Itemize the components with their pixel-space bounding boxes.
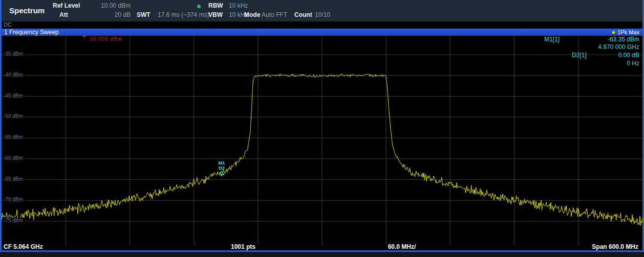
plot-area[interactable]: M1D2 -35 dBm-40 dBm-45 dBm-50 dBm-55 dBm… [2,36,642,243]
window-title-bar[interactable]: 1 Frequency Sweep 1Pk Max [2,29,642,36]
header-bar: Spectrum Ref Level 10.00 dBm Att 20 dB S… [2,0,642,21]
mode-value[interactable]: Auto FFT [262,11,287,18]
ref-level-indicator: ↑ 10.000 dBm [82,36,122,42]
x-axis-tick [450,243,450,245]
marker-d2-label[interactable]: D2[1] [572,52,587,59]
x-axis-tick [386,243,387,245]
trace-active-dot-icon [612,31,615,34]
marker-m1-frequency: 4.970 000 GHz [598,43,639,51]
y-axis-label: -35 dBm [4,51,25,57]
center-frequency-value[interactable]: CF 5.064 GHz [4,243,43,250]
span-value[interactable]: Span 600.0 MHz [592,243,638,250]
ref-level-arrow-icon: ↑ [82,36,86,42]
bottom-strip [0,252,644,257]
x-axis-tick [514,243,515,245]
sweep-points-value[interactable]: 1001 pts [231,243,255,250]
trace-mode-indicator[interactable]: 1Pk Max [612,29,639,36]
count-label: Count [294,11,312,18]
spectrum-trace-canvas: M1D2 [2,36,642,243]
marker-d2-level: 0.00 dB [618,52,639,59]
y-axis-label: -55 dBm [4,134,25,140]
marker-m1-label[interactable]: M1[1] [544,36,560,43]
marker-d2-flag: D2 [219,165,225,171]
ref-level-label: Ref Level [53,2,80,9]
y-axis-label: -50 dBm [4,113,25,119]
rbw-label: RBW [208,2,223,9]
ref-level-value[interactable]: 10.00 dBm [83,2,131,9]
swt-value[interactable]: 17.6 ms (~374 ms) [158,11,209,18]
x-axis-tick [130,243,130,245]
rbw-status-led [197,5,201,8]
x-axis-tick [194,243,195,245]
att-value[interactable]: 20 dB [83,11,131,18]
ref-level-indicator-value: 10.000 dBm [90,36,122,42]
att-label: Att [59,11,68,18]
trace-mode-label: 1Pk Max [617,29,639,36]
per-division-value: 60.0 MHz/ [388,243,416,250]
vbw-label: VBW [208,11,223,18]
x-axis-tick [66,243,66,245]
spectrum-analyzer-window: Spectrum Ref Level 10.00 dBm Att 20 dB S… [0,0,644,252]
y-axis-label: -65 dBm [4,176,25,182]
mode-label: Mode [244,11,260,18]
spectrum-analyzer-screen: Spectrum Ref Level 10.00 dBm Att 20 dB S… [0,0,644,257]
tab-spectrum[interactable]: Spectrum [9,0,45,21]
marker-m1-level: -63.35 dBm [608,36,639,43]
y-axis-label: -60 dBm [4,155,25,161]
x-axis-tick [578,243,579,245]
footer-bar: CF 5.064 GHz 1001 pts 60.0 MHz/ Span 600… [2,243,642,250]
coupling-indicator-row: DC [2,21,642,29]
x-axis-tick [322,243,323,245]
rbw-value[interactable]: 10 kHz [229,2,248,9]
count-value: 10/10 [315,11,330,18]
y-axis-label: -75 dBm [4,218,25,223]
y-axis-label: -40 dBm [4,72,25,78]
marker-d2-frequency: 0 Hz [627,60,639,67]
swt-label: SWT [137,11,151,18]
y-axis-label: -45 dBm [4,93,25,99]
window-title: 1 Frequency Sweep [4,29,59,36]
dc-coupling-label: DC [4,21,12,28]
y-axis-label: -70 dBm [4,197,25,202]
x-axis-tick [258,243,259,245]
